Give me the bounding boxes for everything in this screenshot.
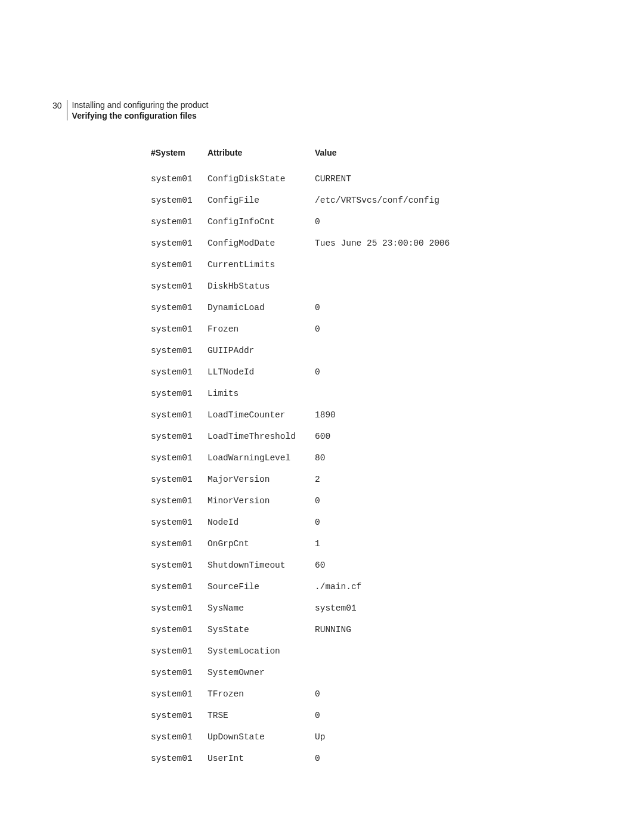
cell-attribute: ConfigModDate bbox=[208, 233, 315, 254]
page-number: 30 bbox=[52, 100, 62, 110]
table-row: system01LLTNodeId0 bbox=[151, 361, 482, 383]
table-row: system01ConfigFile/etc/VRTSvcs/conf/conf… bbox=[151, 190, 482, 211]
cell-system: system01 bbox=[151, 275, 208, 297]
cell-value: 80 bbox=[315, 447, 482, 469]
cell-value: CURRENT bbox=[315, 168, 482, 190]
cell-system: system01 bbox=[151, 447, 208, 469]
cell-value: Up bbox=[315, 726, 482, 748]
cell-value: 0 bbox=[315, 318, 482, 340]
attribute-table-container: #System Attribute Value system01ConfigDi… bbox=[151, 148, 482, 769]
cell-attribute: ShutdownTimeout bbox=[208, 555, 315, 576]
cell-attribute: DiskHbStatus bbox=[208, 275, 315, 297]
cell-system: system01 bbox=[151, 297, 208, 318]
cell-value: 0 bbox=[315, 705, 482, 726]
cell-system: system01 bbox=[151, 211, 208, 233]
cell-attribute: LoadWarningLevel bbox=[208, 447, 315, 469]
cell-attribute: MinorVersion bbox=[208, 490, 315, 512]
cell-system: system01 bbox=[151, 705, 208, 726]
table-row: system01OnGrpCnt1 bbox=[151, 533, 482, 555]
table-row: system01ShutdownTimeout60 bbox=[151, 555, 482, 576]
cell-attribute: TRSE bbox=[208, 705, 315, 726]
table-row: system01LoadWarningLevel80 bbox=[151, 447, 482, 469]
table-body: system01ConfigDiskStateCURRENTsystem01Co… bbox=[151, 168, 482, 769]
cell-value: 0 bbox=[315, 361, 482, 383]
cell-attribute: DynamicLoad bbox=[208, 297, 315, 318]
table-row: system01UserInt0 bbox=[151, 748, 482, 769]
cell-system: system01 bbox=[151, 426, 208, 447]
cell-system: system01 bbox=[151, 662, 208, 683]
table-row: system01DynamicLoad0 bbox=[151, 297, 482, 318]
cell-value: 0 bbox=[315, 512, 482, 533]
cell-attribute: ConfigFile bbox=[208, 190, 315, 211]
table-row: system01MinorVersion0 bbox=[151, 490, 482, 512]
table-row: system01SystemLocation bbox=[151, 640, 482, 662]
cell-value bbox=[315, 254, 482, 275]
cell-value bbox=[315, 640, 482, 662]
table-row: system01TRSE0 bbox=[151, 705, 482, 726]
table-row: system01LoadTimeCounter1890 bbox=[151, 404, 482, 426]
cell-attribute: OnGrpCnt bbox=[208, 533, 315, 555]
table-row: system01ConfigInfoCnt0 bbox=[151, 211, 482, 233]
cell-attribute: CurrentLimits bbox=[208, 254, 315, 275]
cell-system: system01 bbox=[151, 576, 208, 597]
table-row: system01DiskHbStatus bbox=[151, 275, 482, 297]
cell-value: 2 bbox=[315, 469, 482, 490]
cell-value bbox=[315, 662, 482, 683]
cell-value bbox=[315, 383, 482, 404]
cell-value: 600 bbox=[315, 426, 482, 447]
cell-value: system01 bbox=[315, 597, 482, 619]
cell-attribute: Frozen bbox=[208, 318, 315, 340]
cell-value: 0 bbox=[315, 297, 482, 318]
cell-attribute: SystemOwner bbox=[208, 662, 315, 683]
cell-system: system01 bbox=[151, 555, 208, 576]
cell-value: 0 bbox=[315, 683, 482, 705]
cell-attribute: LoadTimeThreshold bbox=[208, 426, 315, 447]
cell-system: system01 bbox=[151, 683, 208, 705]
cell-attribute: SysState bbox=[208, 619, 315, 640]
table-row: system01GUIIPAddr bbox=[151, 340, 482, 361]
table-header-system: #System bbox=[151, 148, 208, 168]
cell-system: system01 bbox=[151, 533, 208, 555]
cell-attribute: LLTNodeId bbox=[208, 361, 315, 383]
cell-value: /etc/VRTSvcs/conf/config bbox=[315, 190, 482, 211]
table-row: system01SystemOwner bbox=[151, 662, 482, 683]
table-row: system01SysNamesystem01 bbox=[151, 597, 482, 619]
table-header-value: Value bbox=[315, 148, 482, 168]
cell-value: 60 bbox=[315, 555, 482, 576]
cell-system: system01 bbox=[151, 640, 208, 662]
header-section-title: Verifying the configuration files bbox=[72, 111, 209, 120]
cell-system: system01 bbox=[151, 383, 208, 404]
cell-system: system01 bbox=[151, 619, 208, 640]
cell-system: system01 bbox=[151, 490, 208, 512]
cell-value bbox=[315, 275, 482, 297]
cell-system: system01 bbox=[151, 726, 208, 748]
attribute-table: #System Attribute Value system01ConfigDi… bbox=[151, 148, 482, 769]
header-divider bbox=[67, 100, 67, 120]
cell-system: system01 bbox=[151, 168, 208, 190]
cell-system: system01 bbox=[151, 340, 208, 361]
cell-attribute: SourceFile bbox=[208, 576, 315, 597]
table-row: system01NodeId0 bbox=[151, 512, 482, 533]
header-text-block: Installing and configuring the product V… bbox=[72, 100, 209, 120]
cell-value: RUNNING bbox=[315, 619, 482, 640]
table-row: system01ConfigModDateTues June 25 23:00:… bbox=[151, 233, 482, 254]
cell-attribute: ConfigDiskState bbox=[208, 168, 315, 190]
cell-system: system01 bbox=[151, 254, 208, 275]
cell-attribute: MajorVersion bbox=[208, 469, 315, 490]
cell-system: system01 bbox=[151, 469, 208, 490]
cell-system: system01 bbox=[151, 748, 208, 769]
cell-system: system01 bbox=[151, 233, 208, 254]
table-row: system01LoadTimeThreshold600 bbox=[151, 426, 482, 447]
table-row: system01Frozen0 bbox=[151, 318, 482, 340]
table-row: system01SourceFile./main.cf bbox=[151, 576, 482, 597]
cell-value: Tues June 25 23:00:00 2006 bbox=[315, 233, 482, 254]
table-row: system01UpDownStateUp bbox=[151, 726, 482, 748]
table-row: system01SysStateRUNNING bbox=[151, 619, 482, 640]
cell-value: ./main.cf bbox=[315, 576, 482, 597]
cell-system: system01 bbox=[151, 597, 208, 619]
cell-attribute: UpDownState bbox=[208, 726, 315, 748]
cell-attribute: GUIIPAddr bbox=[208, 340, 315, 361]
cell-attribute: ConfigInfoCnt bbox=[208, 211, 315, 233]
cell-value bbox=[315, 340, 482, 361]
cell-value: 0 bbox=[315, 748, 482, 769]
